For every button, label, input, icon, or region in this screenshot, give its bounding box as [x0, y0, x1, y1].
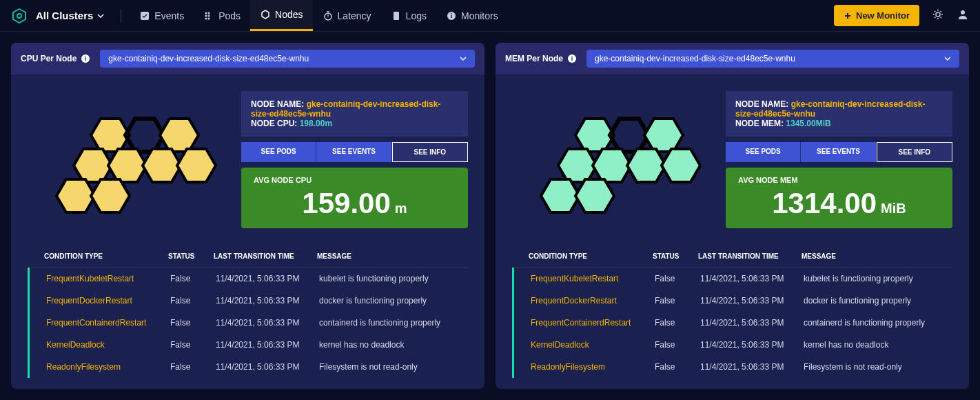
- condition-type: FrequentDockerRestart: [46, 296, 170, 306]
- svg-point-16: [961, 10, 965, 14]
- svg-marker-27: [91, 179, 130, 212]
- cpu-panel-title: CPU Per Node i: [21, 54, 90, 63]
- svg-point-4: [205, 14, 207, 17]
- cpu-node-select[interactable]: gke-containiq-dev-increased-disk-size-ed…: [100, 50, 475, 68]
- status-value: False: [170, 318, 216, 328]
- checkbox-icon: [139, 10, 150, 21]
- cpu-see-info-button[interactable]: SEE INFO: [392, 142, 468, 162]
- col-message-header: MESSAGE: [802, 252, 952, 260]
- svg-point-3: [205, 12, 207, 14]
- cpu-metric-label: NODE CPU:: [251, 119, 297, 128]
- svg-point-6: [208, 12, 210, 14]
- svg-marker-0: [13, 9, 25, 23]
- mem-action-row: SEE PODS SEE EVENTS SEE INFO: [726, 142, 952, 162]
- message-text: kernel has no deadlock: [804, 340, 952, 350]
- svg-rect-11: [394, 12, 399, 20]
- svg-point-5: [205, 17, 207, 19]
- nav-monitors[interactable]: Monitors: [436, 0, 508, 31]
- nav-nodes[interactable]: Nodes: [250, 0, 312, 31]
- cpu-node-info: NODE NAME: gke-containiq-dev-increased-d…: [241, 91, 468, 137]
- mem-panel-header: MEM Per Node i gke-containiq-dev-increas…: [496, 43, 969, 74]
- nav-events-label: Events: [154, 10, 184, 21]
- status-value: False: [170, 340, 216, 350]
- chevron-down-icon: [460, 55, 467, 62]
- svg-marker-22: [74, 149, 112, 182]
- new-monitor-button[interactable]: New Monitor: [834, 5, 919, 26]
- cpu-panel-title-text: CPU Per Node: [21, 54, 76, 63]
- info-icon[interactable]: i: [567, 54, 577, 63]
- svg-marker-20: [125, 119, 164, 152]
- col-condition-header: CONDITION TYPE: [529, 252, 653, 260]
- chevron-down-icon: [97, 12, 104, 19]
- condition-type: ReadonlyFilesystem: [46, 362, 170, 372]
- svg-marker-34: [593, 149, 631, 182]
- table-row: FrequentDockerRestartFalse11/4/2021, 5:0…: [28, 290, 468, 312]
- cpu-panel: CPU Per Node i gke-containiq-dev-increas…: [11, 43, 484, 389]
- message-text: Filesystem is not read-only: [319, 362, 468, 372]
- mem-conditions-table: CONDITION TYPE STATUS LAST TRANSITION TI…: [496, 246, 969, 389]
- table-row: KernelDeadlockFalse11/4/2021, 5:06:33 PM…: [28, 334, 468, 356]
- user-button[interactable]: [957, 8, 969, 23]
- cpu-node-select-value: gke-containiq-dev-increased-disk-size-ed…: [108, 54, 309, 63]
- col-time-header: LAST TRANSITION TIME: [698, 252, 802, 260]
- condition-type: FrequentKubeletRestart: [46, 274, 170, 283]
- condition-type: KernelDeadlock: [46, 340, 170, 350]
- svg-marker-26: [57, 179, 95, 212]
- svg-marker-36: [662, 149, 700, 182]
- cpu-node-name-label: NODE NAME:: [251, 99, 304, 109]
- panels: CPU Per Node i gke-containiq-dev-increas…: [0, 32, 980, 400]
- stopwatch-icon: [323, 10, 334, 21]
- cluster-selector[interactable]: All Clusters: [36, 10, 112, 21]
- mem-panel-title: MEM Per Node i: [505, 54, 577, 63]
- condition-type: ReadonlyFilesystem: [531, 362, 655, 372]
- table-row: FrequentContainerdRestartFalse11/4/2021,…: [512, 312, 952, 334]
- grid-dots-icon: [203, 10, 214, 21]
- table-row: ReadonlyFilesystemFalse11/4/2021, 5:06:3…: [512, 356, 952, 378]
- condition-type: FrequentDockerRestart: [531, 296, 655, 306]
- nav-logs[interactable]: Logs: [381, 0, 436, 31]
- nav-latency-label: Latency: [338, 10, 371, 21]
- document-icon: [391, 10, 402, 21]
- col-condition-header: CONDITION TYPE: [44, 252, 168, 260]
- mem-node-select[interactable]: gke-containiq-dev-increased-disk-size-ed…: [586, 50, 959, 68]
- mem-node-name-label: NODE NAME:: [735, 99, 788, 109]
- mem-see-events-button[interactable]: SEE EVENTS: [801, 142, 875, 162]
- nav-logs-label: Logs: [406, 10, 427, 21]
- info-circle-icon: [446, 10, 457, 21]
- mem-avg-label: AVG NODE MEM: [738, 176, 940, 184]
- svg-point-7: [208, 14, 210, 17]
- plus-icon: [844, 12, 852, 20]
- nav: Events Pods Nodes Latency Logs Monitors: [130, 0, 507, 31]
- message-text: kubelet is functioning properly: [319, 274, 468, 283]
- transition-time: 11/4/2021, 5:06:33 PM: [216, 362, 319, 372]
- status-value: False: [655, 362, 700, 372]
- settings-button[interactable]: [932, 8, 944, 23]
- cpu-avg-label: AVG NODE CPU: [254, 176, 456, 184]
- table-row: FrequentDockerRestartFalse11/4/2021, 5:0…: [512, 290, 952, 312]
- mem-node-info: NODE NAME: gke-containiq-dev-increased-d…: [726, 91, 952, 137]
- cluster-label: All Clusters: [36, 10, 93, 21]
- cpu-see-pods-button[interactable]: SEE PODS: [241, 142, 316, 162]
- status-value: False: [170, 296, 216, 306]
- table-row: FrequentKubeletRestartFalse11/4/2021, 5:…: [28, 268, 468, 290]
- message-text: containerd is functioning properly: [319, 318, 468, 328]
- mem-panel: MEM Per Node i gke-containiq-dev-increas…: [496, 43, 969, 389]
- condition-type: FrequentContainerdRestart: [46, 318, 170, 328]
- cpu-panel-header: CPU Per Node i gke-containiq-dev-increas…: [11, 43, 484, 74]
- message-text: docker is functioning properly: [804, 296, 952, 306]
- mem-metric-value: 1345.00MiB: [786, 119, 830, 128]
- svg-point-1: [17, 14, 21, 18]
- nav-pods[interactable]: Pods: [194, 0, 250, 31]
- nav-events[interactable]: Events: [130, 0, 194, 31]
- svg-marker-23: [108, 149, 147, 182]
- svg-marker-33: [558, 149, 597, 182]
- cpu-see-events-button[interactable]: SEE EVENTS: [316, 142, 391, 162]
- table-row: FrequentContainerdRestartFalse11/4/2021,…: [28, 312, 468, 334]
- mem-see-info-button[interactable]: SEE INFO: [877, 142, 952, 162]
- nav-latency[interactable]: Latency: [313, 0, 381, 31]
- mem-see-pods-button[interactable]: SEE PODS: [726, 142, 800, 162]
- cpu-hex-cluster: [28, 91, 227, 229]
- svg-marker-38: [575, 179, 614, 212]
- info-icon[interactable]: i: [81, 54, 90, 63]
- hexagon-icon: [260, 9, 271, 20]
